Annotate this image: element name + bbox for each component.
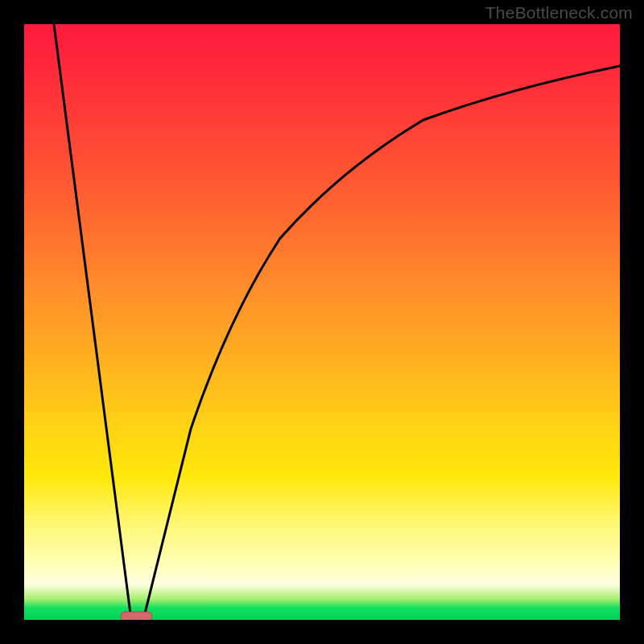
chart-frame: TheBottleneck.com <box>0 0 644 644</box>
left-branch-curve <box>54 24 131 620</box>
valley-marker <box>121 612 152 620</box>
curves-layer <box>24 24 620 620</box>
plot-area <box>24 24 620 620</box>
right-branch-curve <box>143 66 620 620</box>
watermark-text: TheBottleneck.com <box>485 3 633 23</box>
